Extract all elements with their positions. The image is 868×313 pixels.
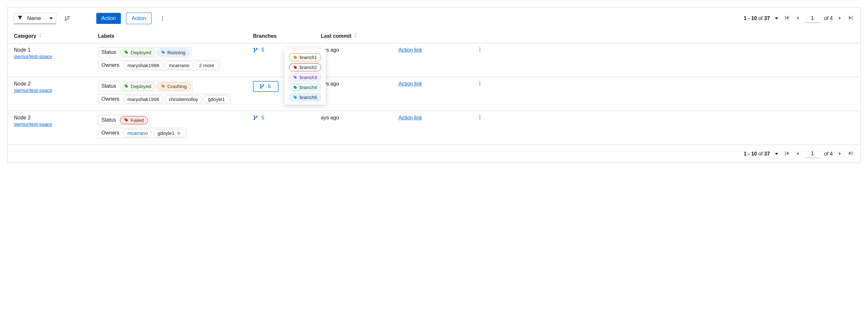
footer: 1 - 10 of 37 of 4 (7, 145, 861, 163)
owner-chip: gdoyle1 (204, 95, 229, 103)
owners-group: Ownersmaryshak1996mcarrano2 more (98, 60, 220, 70)
table-header: Category Labels Branches Last commit (7, 29, 861, 43)
next-page-button[interactable] (837, 151, 843, 157)
filter-icon (18, 15, 23, 22)
svg-point-18 (479, 115, 480, 116)
owner-chip: christiemolloy (165, 95, 203, 103)
col-branches: Branches (253, 33, 321, 39)
status-chip: Crashing (157, 82, 191, 90)
page-input[interactable] (805, 14, 820, 23)
owners-group: Ownersmcarranogdoyle1 (98, 128, 186, 138)
branches-count[interactable]: 5 (253, 47, 265, 53)
first-page-button[interactable] (783, 151, 790, 157)
branch-chip[interactable]: branch1 (289, 53, 321, 61)
kebab-toolbar-button[interactable] (157, 12, 168, 24)
caret-down-icon (50, 15, 53, 21)
svg-point-0 (162, 16, 163, 17)
svg-point-8 (479, 51, 480, 51)
row-kebab-button[interactable] (477, 48, 483, 53)
svg-point-5 (256, 48, 257, 49)
table-body: Node 1siemur/test-space StatusDeployedRu… (7, 43, 861, 145)
last-commit: ays ago (321, 115, 339, 121)
node-name: Node 1 (14, 47, 52, 53)
svg-point-3 (254, 48, 255, 49)
filter-dropdown[interactable]: Name (14, 13, 56, 24)
pagination-top: 1 - 10 of 37 of 4 (744, 14, 854, 23)
status-group: StatusDeployedCrashing (98, 81, 193, 91)
action-link[interactable]: Action link (399, 81, 422, 86)
branches-count[interactable]: 5 (253, 115, 265, 121)
pagination-bottom: 1 - 10 of 37 of 4 (744, 149, 854, 158)
svg-point-4 (254, 51, 255, 52)
svg-point-1 (162, 18, 163, 19)
svg-point-14 (479, 84, 480, 85)
chip-close-icon[interactable] (177, 130, 180, 136)
svg-point-10 (260, 88, 261, 89)
action-primary-button[interactable]: Action (96, 13, 121, 24)
node-link[interactable]: siemur/test-space (14, 54, 52, 59)
next-page-button[interactable] (837, 15, 843, 21)
action-link[interactable]: Action link (399, 115, 422, 120)
branches-popover: branch1branch2branch3branch4branch5 (284, 49, 326, 105)
page-range: 1 - 10 (744, 15, 757, 21)
node-name: Node 2 (14, 81, 52, 87)
action-link[interactable]: Action link (399, 47, 422, 53)
page-total: of 4 (824, 15, 833, 21)
owner-chip: maryshak1996 (123, 95, 163, 103)
branch-chip[interactable]: branch3 (289, 73, 321, 81)
branch-chip[interactable]: branch5 (289, 93, 321, 101)
items-caret-icon[interactable] (774, 15, 779, 21)
svg-point-11 (263, 84, 264, 85)
sort-indicator-icon (354, 33, 357, 39)
filter-label: Name (27, 15, 41, 21)
status-group: StatusDeployedRunning (98, 47, 191, 58)
page-input[interactable] (805, 149, 820, 158)
col-category[interactable]: Category (14, 33, 36, 39)
row-kebab-button[interactable] (477, 115, 483, 121)
status-chip: Deployed (120, 48, 155, 57)
branch-chip[interactable]: branch4 (289, 83, 321, 91)
col-labels: Labels (98, 33, 253, 39)
svg-point-2 (162, 20, 163, 20)
status-group: StatusFailed (98, 115, 150, 125)
last-page-button[interactable] (847, 151, 854, 157)
main-panel: Name Action Action 1 - 10 of 37 (7, 7, 861, 163)
items-caret-icon[interactable] (774, 151, 779, 157)
svg-point-13 (479, 83, 480, 84)
status-chip: Deployed (120, 82, 155, 90)
last-page-button[interactable] (847, 15, 854, 21)
node-link[interactable]: siemur/test-space (14, 121, 52, 127)
first-page-button[interactable] (783, 15, 790, 21)
sort-icon-button[interactable] (61, 12, 73, 24)
svg-point-16 (254, 119, 255, 120)
node-link[interactable]: siemur/test-space (14, 88, 52, 93)
owner-chip: 2 more (195, 61, 218, 69)
action-secondary-button[interactable]: Action (126, 12, 151, 24)
owner-chip: maryshak1996 (123, 61, 163, 69)
node-name: Node 2 (14, 115, 52, 121)
svg-point-7 (479, 49, 480, 50)
table-row: Node 1siemur/test-space StatusDeployedRu… (7, 43, 861, 77)
status-chip: Failed (120, 116, 148, 124)
owner-chip[interactable]: gdoyle1 (153, 129, 185, 137)
owners-group: Ownersmaryshak1996christiemolloygdoyle1 (98, 94, 231, 104)
table-row: Node 2siemur/test-space StatusDeployedCr… (7, 77, 861, 111)
row-kebab-button[interactable] (477, 82, 483, 87)
col-commit[interactable]: Last commit (321, 33, 351, 39)
owner-chip[interactable]: mcarrano (123, 129, 152, 137)
status-chip: Running (157, 48, 190, 57)
sort-indicator-icon (39, 33, 42, 39)
svg-point-9 (260, 84, 261, 85)
table-row: Node 2siemur/test-space StatusFailed Own… (7, 111, 861, 145)
branch-chip[interactable]: branch2 (289, 63, 321, 71)
toolbar: Name Action Action 1 - 10 of 37 (7, 7, 861, 29)
svg-point-12 (479, 81, 480, 82)
prev-page-button[interactable] (794, 15, 801, 21)
svg-point-19 (479, 117, 480, 118)
svg-point-6 (479, 47, 480, 48)
svg-point-20 (479, 118, 480, 119)
page-total-items: 37 (764, 15, 770, 21)
branches-count[interactable]: 5 (253, 81, 279, 92)
svg-point-17 (256, 115, 257, 117)
prev-page-button[interactable] (794, 151, 801, 157)
